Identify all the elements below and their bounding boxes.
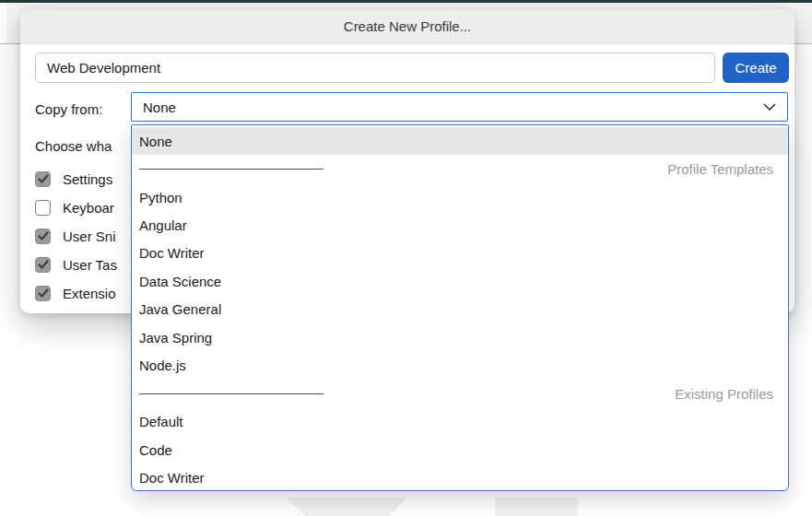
dropdown-option-label: Doc Writer [139,245,205,261]
dropdown-option[interactable]: Java General [132,296,788,323]
dropdown-option-selected[interactable]: None [132,127,788,155]
copy-from-dropdown-list: NoneProfile TemplatesPythonAngularDoc Wr… [131,124,789,491]
copy-from-selected-value: None [143,100,176,115]
dropdown-option-label: Data Science [139,274,221,289]
background-tab-edge [0,3,6,43]
group-label: Existing Profiles [675,386,773,402]
copy-from-select[interactable]: None [131,92,788,122]
chevron-down-icon [763,103,776,111]
dropdown-option-label: Java Spring [139,330,212,346]
dropdown-option-label: Node.js [139,358,186,373]
dropdown-option[interactable]: Java Spring [132,323,788,351]
dropdown-option[interactable]: Doc Writer [132,240,788,267]
dialog-title: Create New Profile... [344,18,471,34]
checkbox-label: Extensio [63,286,116,301]
copy-from-label: Copy from: [35,101,102,117]
dropdown-option-label: Default [139,414,183,429]
dropdown-option-label: Doc Writer [139,470,205,486]
separator-line [139,169,324,170]
editor-watermark-shape [286,498,407,516]
checkbox-row[interactable]: User Sni [35,229,116,244]
profile-name-input[interactable] [35,53,715,83]
choose-what-to-copy-label: Choose wha [35,138,112,154]
dropdown-option-label: Java General [139,301,221,317]
checkbox-label: User Tas [63,257,117,273]
dropdown-option-label: Angular [139,217,187,233]
dropdown-option[interactable]: Data Science [132,267,788,295]
checkbox-checked-icon[interactable] [35,286,51,301]
dropdown-option[interactable]: Node.js [132,352,788,380]
checkbox-checked-icon[interactable] [35,229,51,244]
checkbox-unchecked-icon[interactable] [35,200,51,216]
dropdown-option[interactable]: Python [132,183,788,211]
separator-line [139,393,324,394]
dropdown-option[interactable]: Doc Writer [132,463,788,491]
create-button[interactable]: Create [723,53,789,83]
dropdown-option[interactable]: Code [132,436,788,463]
dropdown-option[interactable]: Angular [132,211,788,239]
dropdown-option-label: Python [139,190,182,205]
checkbox-row[interactable]: Settings [35,171,112,187]
editor-watermark-shape [495,498,578,516]
dropdown-option[interactable]: Default [132,407,788,435]
checkbox-row[interactable]: Keyboar [35,200,114,216]
checkbox-label: Settings [63,171,112,187]
checkbox-label: User Sni [63,229,116,244]
checkbox-row[interactable]: User Tas [35,257,117,273]
dialog-titlebar: Create New Profile... [20,9,794,44]
checkbox-checked-icon[interactable] [35,171,51,187]
dropdown-option-label: Code [139,442,172,458]
dropdown-group-separator: Profile Templates [132,155,788,182]
group-label: Profile Templates [667,161,773,177]
checkbox-checked-icon[interactable] [35,257,51,273]
dropdown-group-separator: Existing Profiles [132,380,788,407]
checkbox-row[interactable]: Extensio [35,286,116,301]
dropdown-option-label: None [139,134,172,149]
checkbox-label: Keyboar [63,200,114,216]
